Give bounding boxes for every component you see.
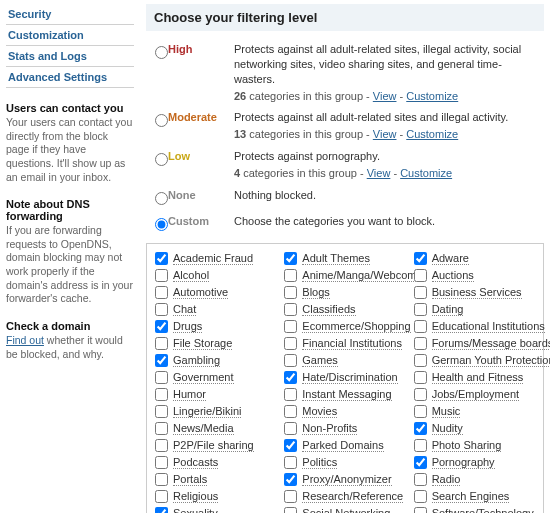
category-item: Jobs/Employment: [410, 386, 539, 403]
level-row-moderate: ModerateProtects against all adult-relat…: [146, 107, 544, 146]
category-label: Proxy/Anonymizer: [302, 473, 391, 486]
category-checkbox[interactable]: [414, 303, 427, 316]
category-label: Chat: [173, 303, 196, 316]
category-checkbox[interactable]: [414, 473, 427, 486]
nav-item-stats-and-logs[interactable]: Stats and Logs: [6, 46, 134, 67]
category-checkbox[interactable]: [284, 405, 297, 418]
category-item: Music: [410, 403, 539, 420]
level-radio-high[interactable]: [155, 46, 168, 59]
category-label: Politics: [302, 456, 337, 469]
category-item: Gambling: [151, 352, 280, 369]
category-checkbox[interactable]: [284, 252, 297, 265]
category-box: Academic FraudAdult ThemesAdwareAlcoholA…: [146, 243, 544, 513]
category-checkbox[interactable]: [155, 320, 168, 333]
category-checkbox[interactable]: [284, 269, 297, 282]
category-checkbox[interactable]: [155, 422, 168, 435]
category-checkbox[interactable]: [414, 252, 427, 265]
category-checkbox[interactable]: [284, 439, 297, 452]
level-desc-custom: Choose the categories you want to block.: [234, 214, 540, 229]
category-checkbox[interactable]: [155, 473, 168, 486]
category-checkbox[interactable]: [155, 269, 168, 282]
category-checkbox[interactable]: [155, 337, 168, 350]
category-checkbox[interactable]: [155, 286, 168, 299]
level-radio-none[interactable]: [155, 192, 168, 205]
category-checkbox[interactable]: [284, 337, 297, 350]
category-label: Religious: [173, 490, 218, 503]
category-checkbox[interactable]: [155, 252, 168, 265]
category-checkbox[interactable]: [414, 337, 427, 350]
category-checkbox[interactable]: [284, 422, 297, 435]
category-label: Lingerie/Bikini: [173, 405, 241, 418]
category-label: Ecommerce/Shopping: [302, 320, 410, 333]
level-desc-high: Protects against all adult-related sites…: [234, 42, 540, 103]
category-checkbox[interactable]: [284, 286, 297, 299]
category-checkbox[interactable]: [155, 354, 168, 367]
category-item: P2P/File sharing: [151, 437, 280, 454]
level-view-link[interactable]: View: [373, 90, 397, 102]
level-row-low: LowProtects against pornography.4 catego…: [146, 146, 544, 185]
nav-item-security[interactable]: Security: [6, 4, 134, 25]
level-name-custom: Custom: [168, 214, 234, 227]
category-checkbox[interactable]: [414, 456, 427, 469]
category-checkbox[interactable]: [284, 320, 297, 333]
category-label: Photo Sharing: [432, 439, 502, 452]
category-checkbox[interactable]: [284, 354, 297, 367]
category-checkbox[interactable]: [155, 405, 168, 418]
level-customize-link[interactable]: Customize: [406, 90, 458, 102]
level-radio-custom[interactable]: [155, 218, 168, 231]
category-checkbox[interactable]: [155, 507, 168, 513]
category-checkbox[interactable]: [414, 269, 427, 282]
category-item: Business Services: [410, 284, 539, 301]
category-checkbox[interactable]: [414, 371, 427, 384]
category-checkbox[interactable]: [414, 354, 427, 367]
category-checkbox[interactable]: [155, 388, 168, 401]
category-checkbox[interactable]: [284, 388, 297, 401]
category-item: Financial Institutions: [280, 335, 409, 352]
category-checkbox[interactable]: [414, 405, 427, 418]
category-label: Jobs/Employment: [432, 388, 519, 401]
category-checkbox[interactable]: [284, 490, 297, 503]
category-checkbox[interactable]: [414, 320, 427, 333]
category-label: Portals: [173, 473, 207, 486]
level-customize-link[interactable]: Customize: [406, 128, 458, 140]
category-checkbox[interactable]: [284, 303, 297, 316]
level-name-high: High: [168, 42, 234, 55]
category-checkbox[interactable]: [414, 507, 427, 513]
level-radio-moderate[interactable]: [155, 114, 168, 127]
category-label: Business Services: [432, 286, 522, 299]
category-checkbox[interactable]: [414, 286, 427, 299]
level-radio-low[interactable]: [155, 153, 168, 166]
level-view-link[interactable]: View: [373, 128, 397, 140]
category-checkbox[interactable]: [284, 473, 297, 486]
category-item: Games: [280, 352, 409, 369]
category-checkbox[interactable]: [414, 422, 427, 435]
category-label: Classifieds: [302, 303, 355, 316]
side-block-title: Note about DNS forwarding: [6, 198, 134, 222]
category-checkbox[interactable]: [414, 490, 427, 503]
level-desc-none: Nothing blocked.: [234, 188, 540, 203]
category-checkbox[interactable]: [155, 439, 168, 452]
category-item: Non-Profits: [280, 420, 409, 437]
find-out-link[interactable]: Find out: [6, 334, 44, 346]
category-checkbox[interactable]: [155, 371, 168, 384]
category-label: Educational Institutions: [432, 320, 545, 333]
category-label: Parked Domains: [302, 439, 383, 452]
category-checkbox[interactable]: [284, 507, 297, 513]
category-checkbox[interactable]: [155, 490, 168, 503]
category-label: Music: [432, 405, 461, 418]
category-checkbox[interactable]: [155, 303, 168, 316]
category-label: Anime/Manga/Webcomic: [302, 269, 424, 282]
category-label: File Storage: [173, 337, 232, 350]
category-checkbox[interactable]: [284, 371, 297, 384]
category-checkbox[interactable]: [414, 439, 427, 452]
category-checkbox[interactable]: [414, 388, 427, 401]
category-checkbox[interactable]: [284, 456, 297, 469]
nav-item-customization[interactable]: Customization: [6, 25, 134, 46]
level-customize-link[interactable]: Customize: [400, 167, 452, 179]
category-checkbox[interactable]: [155, 456, 168, 469]
category-label: Social Networking: [302, 507, 390, 513]
nav-item-advanced-settings[interactable]: Advanced Settings: [6, 67, 134, 88]
category-item: Proxy/Anonymizer: [280, 471, 409, 488]
category-label: Drugs: [173, 320, 202, 333]
level-view-link[interactable]: View: [367, 167, 391, 179]
